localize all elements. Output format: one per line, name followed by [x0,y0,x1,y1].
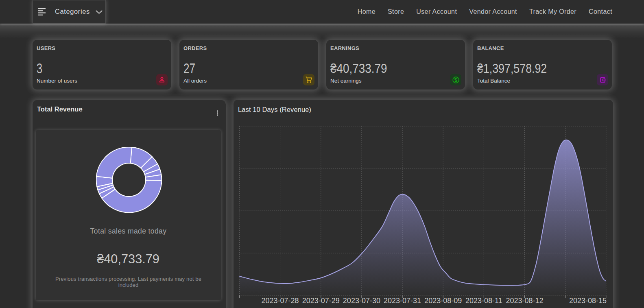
svg-text:2023-08-15: 2023-08-15 [569,297,607,305]
svg-text:2023-07-31: 2023-07-31 [384,297,421,305]
svg-text:2023-07-29: 2023-07-29 [302,297,340,305]
svg-text:2023-08-12: 2023-08-12 [506,297,543,305]
svg-text:2023-07-30: 2023-07-30 [343,297,380,305]
svg-text:2023-08-09: 2023-08-09 [424,297,462,305]
svg-text:2023-07-28: 2023-07-28 [262,297,299,305]
svg-text:2023-08-11: 2023-08-11 [465,297,502,305]
